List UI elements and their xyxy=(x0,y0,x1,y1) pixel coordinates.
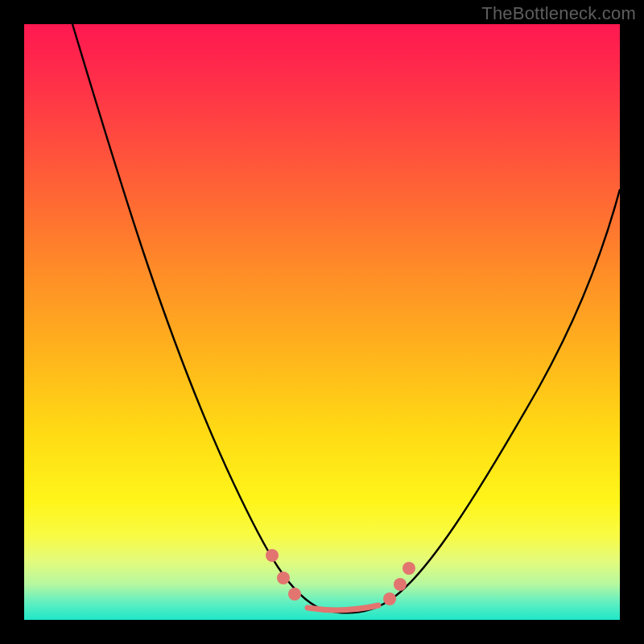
curve-markers xyxy=(266,549,415,605)
marker-dot xyxy=(288,588,301,601)
bottleneck-curve xyxy=(72,24,620,613)
plot-area xyxy=(24,24,620,620)
marker-dot xyxy=(402,562,415,575)
marker-dot xyxy=(277,572,290,584)
marker-dot xyxy=(383,592,396,605)
bottom-flat-segment xyxy=(308,605,378,610)
curve-layer xyxy=(24,24,620,620)
chart-frame: TheBottleneck.com xyxy=(0,0,644,644)
marker-dot xyxy=(394,578,407,591)
marker-dot xyxy=(266,549,279,562)
watermark-text: TheBottleneck.com xyxy=(481,3,636,24)
